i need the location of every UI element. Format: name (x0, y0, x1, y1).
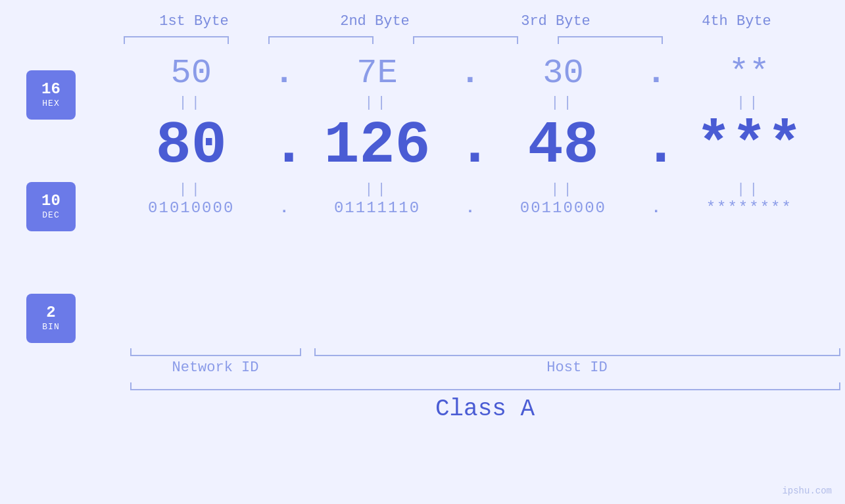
network-id-label: Network ID (130, 359, 301, 376)
byte-headers: 1st Byte 2nd Byte 3rd Byte 4th Byte (104, 13, 827, 30)
dec-b3: 48 (491, 112, 635, 179)
bin-badge-label: BIN (42, 322, 59, 332)
hex-badge-label: HEX (42, 99, 59, 108)
eq1-b1: || (119, 95, 264, 111)
host-id-label: Host ID (314, 359, 840, 376)
eq1-b4: || (677, 95, 821, 111)
hex-b1: 50 (119, 54, 264, 93)
eq2-b3: || (491, 181, 635, 198)
badges-column: 16 HEX 10 DEC 2 BIN (26, 70, 76, 343)
bottom-labels-row: Network ID Host ID (130, 359, 840, 376)
top-brackets (104, 31, 827, 44)
bracket-byte2 (249, 31, 393, 44)
main-container: 1st Byte 2nd Byte 3rd Byte 4th Byte 16 H… (0, 0, 845, 504)
bin-dot-2: . (457, 199, 483, 217)
bin-value-2: 01111110 (334, 199, 420, 217)
bracket-byte3 (393, 31, 538, 44)
dec-b2: 126 (305, 112, 450, 179)
hex-b2: 7E (305, 54, 450, 93)
bracket-line-1 (124, 36, 229, 44)
dec-value-1: 80 (156, 112, 227, 179)
eq2-b2: || (305, 181, 450, 198)
dec-dot-3: . (643, 112, 669, 179)
network-bracket (130, 348, 301, 356)
hex-dot-2: . (457, 54, 483, 93)
data-grid: 50 . 7E . 30 . ** || || (115, 51, 832, 217)
hex-badge: 16 HEX (26, 70, 76, 120)
bin-value-4: ******** (706, 199, 792, 217)
dec-value-4: *** (696, 112, 802, 179)
watermark: ipshu.com (782, 486, 832, 496)
bin-b2: 01111110 (305, 199, 450, 217)
hex-b3: 30 (491, 54, 635, 93)
dec-badge-label: DEC (42, 210, 59, 220)
equals-row-2: || || || || (115, 179, 825, 199)
byte2-header: 2nd Byte (302, 13, 447, 30)
hex-value-3: 30 (543, 54, 583, 93)
eq2-b4: || (677, 181, 821, 198)
bin-badge: 2 BIN (26, 294, 76, 343)
host-bracket (314, 348, 840, 356)
bin-value-1: 01010000 (148, 199, 234, 217)
byte3-header: 3rd Byte (483, 13, 628, 30)
bin-dot-3: . (643, 199, 669, 217)
dec-row: 80 . 126 . 48 . *** (115, 112, 825, 179)
hex-badge-number: 16 (41, 81, 60, 97)
byte4-header: 4th Byte (664, 13, 809, 30)
byte1-header: 1st Byte (122, 13, 266, 30)
bin-value-3: 00110000 (520, 199, 606, 217)
dec-b1: 80 (119, 112, 264, 179)
hex-dot-3: . (643, 54, 669, 93)
hex-row: 50 . 7E . 30 . ** (115, 54, 825, 93)
eq1-b2: || (305, 95, 450, 111)
eq2-b1: || (119, 181, 264, 198)
bracket-byte1 (104, 31, 249, 44)
bin-b4: ******** (677, 199, 821, 217)
full-bottom-bracket (130, 382, 840, 390)
dec-badge: 10 DEC (26, 182, 76, 231)
dec-dot-2: . (457, 112, 483, 179)
bracket-line-2 (268, 36, 374, 44)
hex-dot-1: . (271, 54, 297, 93)
bottom-brackets-row (130, 348, 840, 356)
dec-b4: *** (677, 112, 821, 179)
bin-badge-number: 2 (46, 305, 55, 321)
dec-value-3: 48 (527, 112, 598, 179)
bracket-line-4 (558, 36, 663, 44)
dec-dot-1: . (271, 112, 297, 179)
bin-b1: 01010000 (119, 199, 264, 217)
hex-value-4: ** (729, 54, 769, 93)
eq1-b3: || (491, 95, 635, 111)
class-label: Class A (130, 396, 840, 423)
bin-dot-1: . (271, 199, 297, 217)
equals-row-1: || || || || (115, 93, 825, 112)
hex-value-1: 50 (170, 54, 211, 93)
dec-value-2: 126 (324, 112, 431, 179)
main-content: 16 HEX 10 DEC 2 BIN 50 . 7E (0, 51, 845, 343)
bottom-bracket-section: Network ID Host ID (130, 348, 840, 376)
bracket-line-3 (413, 36, 518, 44)
hex-value-2: 7E (356, 54, 397, 93)
dec-badge-number: 10 (41, 193, 60, 209)
hex-b4: ** (677, 54, 821, 93)
bin-b3: 00110000 (491, 199, 635, 217)
bracket-byte4 (538, 31, 683, 44)
bin-row: 01010000 . 01111110 . 00110000 . *******… (115, 199, 825, 217)
